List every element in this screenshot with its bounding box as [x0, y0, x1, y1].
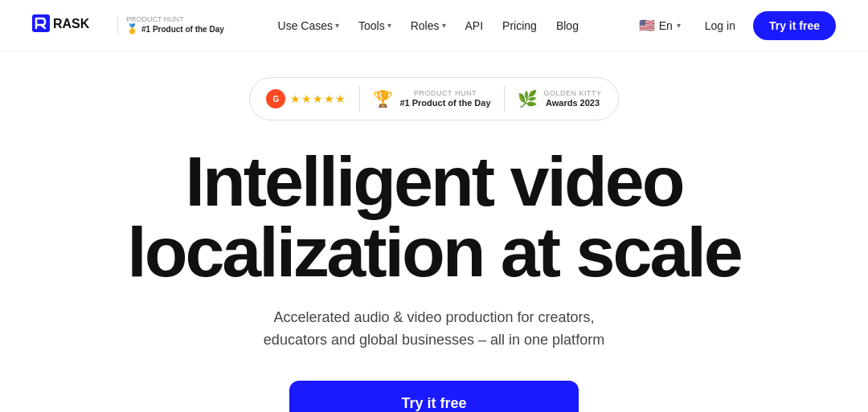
chevron-down-icon: ▾	[442, 21, 446, 30]
trophy-icon: 🏆	[373, 89, 393, 108]
svg-text:RASK: RASK	[53, 17, 90, 31]
golden-kitty-label: Golden Kitty	[544, 89, 602, 98]
nav-api[interactable]: API	[457, 14, 492, 37]
ph-number-one-label: #1 Product of the Day	[399, 98, 490, 108]
g2-rating: G ★★★★★	[266, 89, 346, 108]
rask-logo-svg: RASK	[32, 14, 104, 37]
nav-left: RASK PRODUCT HUNT 🥇 #1 Product of the Da…	[32, 14, 224, 37]
hero-subheadline: Accelerated audio & video production for…	[241, 307, 627, 352]
try-free-hero-button[interactable]: Try it free	[289, 381, 579, 412]
producthunt-rating: 🏆 PRODUCT HUNT #1 Product of the Day	[373, 89, 490, 108]
chevron-down-icon: ▾	[677, 21, 681, 30]
nav-right: 🇺🇸 En ▾ Log in Try it free	[633, 11, 836, 40]
try-free-nav-button[interactable]: Try it free	[753, 11, 836, 40]
kitty-icon: 🌿	[518, 89, 538, 108]
producthunt-badge: PRODUCT HUNT 🥇 #1 Product of the Day	[117, 16, 224, 35]
divider	[359, 86, 360, 112]
logo[interactable]: RASK	[32, 14, 104, 37]
nav-roles[interactable]: Roles ▾	[403, 14, 454, 37]
nav-pricing[interactable]: Pricing	[494, 14, 545, 37]
g2-logo: G	[266, 89, 285, 108]
hero-section: G ★★★★★ 🏆 PRODUCT HUNT #1 Product of the…	[0, 51, 868, 412]
divider	[504, 86, 505, 112]
kitty-text: Golden Kitty Awards 2023	[544, 89, 602, 108]
nav-blog[interactable]: Blog	[548, 14, 587, 37]
chevron-down-icon: ▾	[335, 21, 339, 30]
golden-kitty: 🌿 Golden Kitty Awards 2023	[518, 89, 602, 108]
nav-use-cases[interactable]: Use Cases ▾	[270, 14, 347, 37]
hero-headline: Intelligent video localization at scale	[127, 146, 741, 288]
star-rating: ★★★★★	[290, 92, 346, 105]
navbar: RASK PRODUCT HUNT 🥇 #1 Product of the Da…	[0, 0, 868, 51]
login-button[interactable]: Log in	[697, 14, 743, 37]
ph-rank: 🥇 #1 Product of the Day	[126, 24, 224, 35]
nav-tools[interactable]: Tools ▾	[350, 14, 399, 37]
flag-icon: 🇺🇸	[639, 18, 655, 33]
ph-product-hunt-label: PRODUCT HUNT	[399, 89, 490, 98]
nav-links: Use Cases ▾ Tools ▾ Roles ▾ API Pricing …	[270, 14, 587, 37]
svg-rect-0	[32, 14, 50, 32]
golden-kitty-year: Awards 2023	[544, 98, 602, 108]
language-selector[interactable]: 🇺🇸 En ▾	[633, 14, 687, 36]
chevron-down-icon: ▾	[387, 21, 391, 30]
ratings-bar: G ★★★★★ 🏆 PRODUCT HUNT #1 Product of the…	[249, 77, 618, 120]
medal-icon: 🥇	[126, 24, 138, 35]
ph-rating-text: PRODUCT HUNT #1 Product of the Day	[399, 89, 490, 108]
